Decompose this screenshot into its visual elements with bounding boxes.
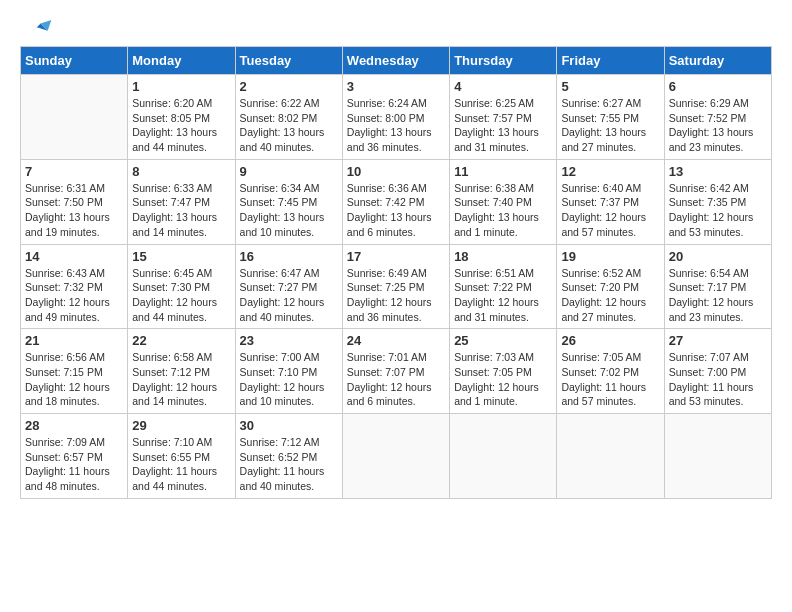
calendar-cell: 5Sunrise: 6:27 AMSunset: 7:55 PMDaylight… [557, 75, 664, 160]
day-info: Sunrise: 7:05 AMSunset: 7:02 PMDaylight:… [561, 350, 659, 409]
day-info: Sunrise: 7:10 AMSunset: 6:55 PMDaylight:… [132, 435, 230, 494]
calendar-cell [664, 414, 771, 499]
day-number: 22 [132, 333, 230, 348]
day-number: 1 [132, 79, 230, 94]
calendar-header-row: SundayMondayTuesdayWednesdayThursdayFrid… [21, 47, 772, 75]
day-info: Sunrise: 7:00 AMSunset: 7:10 PMDaylight:… [240, 350, 338, 409]
calendar-cell: 10Sunrise: 6:36 AMSunset: 7:42 PMDayligh… [342, 159, 449, 244]
day-info: Sunrise: 7:09 AMSunset: 6:57 PMDaylight:… [25, 435, 123, 494]
day-info: Sunrise: 6:36 AMSunset: 7:42 PMDaylight:… [347, 181, 445, 240]
calendar-cell: 21Sunrise: 6:56 AMSunset: 7:15 PMDayligh… [21, 329, 128, 414]
calendar-cell [342, 414, 449, 499]
calendar-cell: 17Sunrise: 6:49 AMSunset: 7:25 PMDayligh… [342, 244, 449, 329]
calendar-week-5: 28Sunrise: 7:09 AMSunset: 6:57 PMDayligh… [21, 414, 772, 499]
day-number: 11 [454, 164, 552, 179]
day-number: 16 [240, 249, 338, 264]
day-info: Sunrise: 6:38 AMSunset: 7:40 PMDaylight:… [454, 181, 552, 240]
calendar-cell: 4Sunrise: 6:25 AMSunset: 7:57 PMDaylight… [450, 75, 557, 160]
day-info: Sunrise: 7:07 AMSunset: 7:00 PMDaylight:… [669, 350, 767, 409]
day-number: 19 [561, 249, 659, 264]
day-number: 30 [240, 418, 338, 433]
day-number: 8 [132, 164, 230, 179]
day-info: Sunrise: 6:42 AMSunset: 7:35 PMDaylight:… [669, 181, 767, 240]
day-number: 17 [347, 249, 445, 264]
day-info: Sunrise: 6:51 AMSunset: 7:22 PMDaylight:… [454, 266, 552, 325]
calendar-cell: 15Sunrise: 6:45 AMSunset: 7:30 PMDayligh… [128, 244, 235, 329]
day-info: Sunrise: 7:03 AMSunset: 7:05 PMDaylight:… [454, 350, 552, 409]
day-number: 21 [25, 333, 123, 348]
day-number: 23 [240, 333, 338, 348]
day-info: Sunrise: 6:54 AMSunset: 7:17 PMDaylight:… [669, 266, 767, 325]
day-number: 12 [561, 164, 659, 179]
day-number: 2 [240, 79, 338, 94]
day-header-saturday: Saturday [664, 47, 771, 75]
day-info: Sunrise: 6:33 AMSunset: 7:47 PMDaylight:… [132, 181, 230, 240]
calendar-cell: 14Sunrise: 6:43 AMSunset: 7:32 PMDayligh… [21, 244, 128, 329]
day-header-friday: Friday [557, 47, 664, 75]
calendar: SundayMondayTuesdayWednesdayThursdayFrid… [20, 46, 772, 499]
day-number: 7 [25, 164, 123, 179]
day-header-sunday: Sunday [21, 47, 128, 75]
day-number: 5 [561, 79, 659, 94]
day-number: 26 [561, 333, 659, 348]
day-info: Sunrise: 6:25 AMSunset: 7:57 PMDaylight:… [454, 96, 552, 155]
calendar-cell [450, 414, 557, 499]
day-number: 18 [454, 249, 552, 264]
day-info: Sunrise: 6:43 AMSunset: 7:32 PMDaylight:… [25, 266, 123, 325]
day-header-thursday: Thursday [450, 47, 557, 75]
day-number: 6 [669, 79, 767, 94]
calendar-week-3: 14Sunrise: 6:43 AMSunset: 7:32 PMDayligh… [21, 244, 772, 329]
calendar-cell: 28Sunrise: 7:09 AMSunset: 6:57 PMDayligh… [21, 414, 128, 499]
calendar-cell: 29Sunrise: 7:10 AMSunset: 6:55 PMDayligh… [128, 414, 235, 499]
day-header-monday: Monday [128, 47, 235, 75]
calendar-cell: 16Sunrise: 6:47 AMSunset: 7:27 PMDayligh… [235, 244, 342, 329]
day-header-tuesday: Tuesday [235, 47, 342, 75]
calendar-week-4: 21Sunrise: 6:56 AMSunset: 7:15 PMDayligh… [21, 329, 772, 414]
day-number: 15 [132, 249, 230, 264]
day-info: Sunrise: 6:22 AMSunset: 8:02 PMDaylight:… [240, 96, 338, 155]
calendar-week-1: 1Sunrise: 6:20 AMSunset: 8:05 PMDaylight… [21, 75, 772, 160]
day-number: 4 [454, 79, 552, 94]
day-info: Sunrise: 7:12 AMSunset: 6:52 PMDaylight:… [240, 435, 338, 494]
day-header-wednesday: Wednesday [342, 47, 449, 75]
day-number: 29 [132, 418, 230, 433]
header [20, 20, 772, 36]
calendar-week-2: 7Sunrise: 6:31 AMSunset: 7:50 PMDaylight… [21, 159, 772, 244]
day-number: 10 [347, 164, 445, 179]
day-info: Sunrise: 6:27 AMSunset: 7:55 PMDaylight:… [561, 96, 659, 155]
day-info: Sunrise: 6:34 AMSunset: 7:45 PMDaylight:… [240, 181, 338, 240]
logo [20, 20, 52, 36]
calendar-cell: 1Sunrise: 6:20 AMSunset: 8:05 PMDaylight… [128, 75, 235, 160]
day-number: 13 [669, 164, 767, 179]
calendar-cell: 11Sunrise: 6:38 AMSunset: 7:40 PMDayligh… [450, 159, 557, 244]
day-number: 27 [669, 333, 767, 348]
calendar-cell: 2Sunrise: 6:22 AMSunset: 8:02 PMDaylight… [235, 75, 342, 160]
day-number: 25 [454, 333, 552, 348]
calendar-cell: 23Sunrise: 7:00 AMSunset: 7:10 PMDayligh… [235, 329, 342, 414]
calendar-cell: 25Sunrise: 7:03 AMSunset: 7:05 PMDayligh… [450, 329, 557, 414]
day-info: Sunrise: 6:20 AMSunset: 8:05 PMDaylight:… [132, 96, 230, 155]
calendar-cell: 8Sunrise: 6:33 AMSunset: 7:47 PMDaylight… [128, 159, 235, 244]
day-info: Sunrise: 6:58 AMSunset: 7:12 PMDaylight:… [132, 350, 230, 409]
calendar-cell: 19Sunrise: 6:52 AMSunset: 7:20 PMDayligh… [557, 244, 664, 329]
day-number: 3 [347, 79, 445, 94]
calendar-cell: 22Sunrise: 6:58 AMSunset: 7:12 PMDayligh… [128, 329, 235, 414]
calendar-cell: 9Sunrise: 6:34 AMSunset: 7:45 PMDaylight… [235, 159, 342, 244]
day-number: 9 [240, 164, 338, 179]
calendar-cell: 3Sunrise: 6:24 AMSunset: 8:00 PMDaylight… [342, 75, 449, 160]
calendar-cell: 26Sunrise: 7:05 AMSunset: 7:02 PMDayligh… [557, 329, 664, 414]
day-number: 28 [25, 418, 123, 433]
day-number: 14 [25, 249, 123, 264]
calendar-cell: 24Sunrise: 7:01 AMSunset: 7:07 PMDayligh… [342, 329, 449, 414]
calendar-cell: 6Sunrise: 6:29 AMSunset: 7:52 PMDaylight… [664, 75, 771, 160]
calendar-cell: 7Sunrise: 6:31 AMSunset: 7:50 PMDaylight… [21, 159, 128, 244]
calendar-cell [557, 414, 664, 499]
logo-bird-icon [22, 20, 52, 40]
day-info: Sunrise: 6:29 AMSunset: 7:52 PMDaylight:… [669, 96, 767, 155]
calendar-cell: 12Sunrise: 6:40 AMSunset: 7:37 PMDayligh… [557, 159, 664, 244]
day-info: Sunrise: 6:31 AMSunset: 7:50 PMDaylight:… [25, 181, 123, 240]
day-info: Sunrise: 7:01 AMSunset: 7:07 PMDaylight:… [347, 350, 445, 409]
calendar-cell: 20Sunrise: 6:54 AMSunset: 7:17 PMDayligh… [664, 244, 771, 329]
day-info: Sunrise: 6:40 AMSunset: 7:37 PMDaylight:… [561, 181, 659, 240]
day-info: Sunrise: 6:47 AMSunset: 7:27 PMDaylight:… [240, 266, 338, 325]
